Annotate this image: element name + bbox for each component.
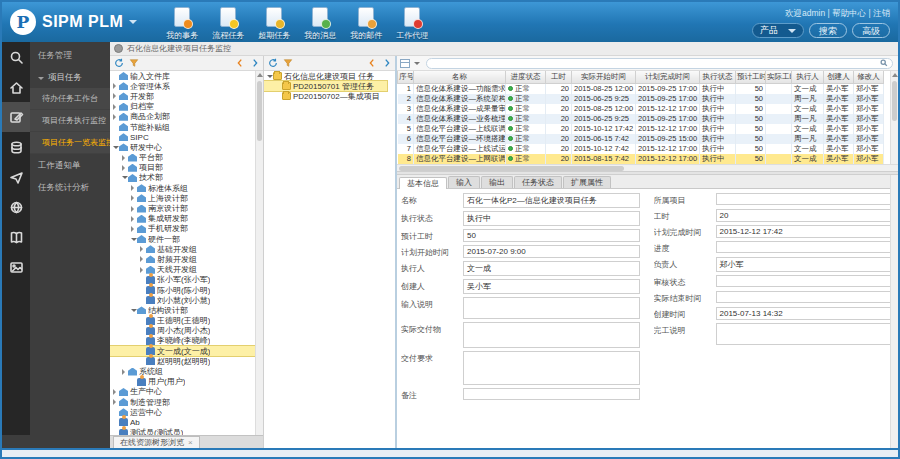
form-field-审核状态[interactable] (716, 275, 893, 287)
tree-node[interactable]: 企管理体系 (110, 81, 255, 91)
search-button[interactable]: 搜索 (809, 23, 847, 38)
table-row[interactable]: 4信息化体系建设—业务梳理正常202015-06-25 9:252015-09-… (398, 114, 884, 124)
tree-node[interactable]: 集成研发部 (110, 214, 255, 224)
tree-node[interactable]: 天线开发组 (110, 265, 255, 275)
tree-node[interactable]: 赵明明(赵明明) (110, 356, 255, 366)
table-row[interactable]: 7信息化平台建设—上线试运行正常202015-10-12 7:422015-12… (398, 144, 884, 154)
tree-expander[interactable] (112, 93, 119, 99)
tree-node[interactable]: 系统组 (110, 366, 255, 376)
detail-tab[interactable]: 基本信息 (399, 177, 447, 189)
table-hscrollbar[interactable] (397, 164, 898, 171)
form-field-创建人[interactable]: 吴小军 (463, 279, 640, 294)
rail-book-icon[interactable] (2, 222, 30, 252)
tree-node[interactable]: 周小杰(周小杰) (110, 326, 255, 336)
tree-node[interactable]: 南京设计部 (110, 203, 255, 213)
rail-send-icon[interactable] (2, 162, 30, 192)
form-field-备注[interactable] (463, 388, 640, 400)
chevron-down-icon[interactable] (414, 62, 420, 68)
form-field-交付要求[interactable] (463, 351, 640, 385)
table-row[interactable]: 1信息化体系建设—功能需求调研正常202015-08-25 12:002015-… (398, 83, 884, 94)
tree-node[interactable]: 制造管理部 (110, 397, 255, 407)
tree-node[interactable]: 王德明(王德明) (110, 316, 255, 326)
tree-node[interactable]: 生产中心 (110, 387, 255, 397)
app-logo[interactable]: P SIPM PLM (2, 9, 147, 35)
rail-search-icon[interactable] (2, 42, 30, 72)
tree-expander[interactable] (139, 256, 146, 262)
form-field-名称[interactable]: 石化一体化P2—信息化建设项目任务 (463, 193, 640, 208)
detail-tab[interactable]: 输入 (448, 176, 480, 188)
column-header[interactable]: 创建人 (824, 71, 854, 83)
tree-expander[interactable] (121, 173, 128, 182)
form-field-执行人[interactable]: 文一成 (463, 261, 640, 276)
tree-expander[interactable] (112, 389, 119, 395)
detail-scrollbar[interactable] (890, 175, 898, 449)
toolbar-my-mail[interactable]: 我的邮件 (345, 4, 387, 41)
detail-tab[interactable]: 任务状态 (514, 176, 562, 188)
tree-expander[interactable] (130, 226, 137, 232)
chevron-down-icon[interactable] (129, 20, 137, 28)
tree-expander[interactable] (130, 306, 137, 315)
tree-node[interactable]: 节能补贴组 (110, 122, 255, 132)
column-header[interactable]: 序号 (398, 71, 414, 83)
tree-node[interactable]: 用户(用户) (110, 377, 255, 387)
tree-node[interactable]: 石化信息化建设项目 任务 (264, 71, 387, 81)
column-header[interactable]: 修改人 (854, 71, 884, 83)
tree-node[interactable]: 输入文件库 (110, 71, 255, 81)
tree-node[interactable]: 刘小慧(刘小慧) (110, 295, 255, 305)
tree-expander[interactable] (139, 267, 146, 273)
tree-node[interactable]: 陈小明(陈小明) (110, 285, 255, 295)
tree-node[interactable]: 归档室 (110, 102, 255, 112)
toolbar-workflow-tasks[interactable]: 流程任务 (207, 4, 249, 41)
advanced-search-button[interactable]: 高级 (852, 23, 890, 38)
tree-node[interactable]: 文一成(文一成) (110, 346, 255, 356)
tree-node[interactable]: 运营中心 (110, 407, 255, 417)
tree-node[interactable]: 项目部 (110, 163, 255, 173)
toolbar-my-tasks[interactable]: 我的事务 (161, 4, 203, 41)
sidebar-extra-item[interactable]: 工作通知单 (30, 154, 110, 176)
toolbar-overdue-tasks[interactable]: 超期任务 (253, 4, 295, 41)
column-header[interactable]: 执行状态 (700, 71, 736, 83)
tree-expander[interactable] (112, 399, 119, 405)
form-field-所属项目[interactable] (716, 193, 893, 205)
welcome-text[interactable]: 欢迎admin | 帮助中心 | 注销 (785, 8, 890, 20)
sidebar-item[interactable]: 项目任务执行监控 (30, 110, 110, 132)
rail-image-icon[interactable] (2, 252, 30, 282)
tree-node[interactable]: 技术部 (110, 173, 255, 183)
tree-node[interactable]: 张小军(张小军) (110, 275, 255, 285)
toolbar-my-messages[interactable]: 我的消息 (299, 4, 341, 41)
form-field-输入说明[interactable] (463, 297, 640, 319)
tree-expander[interactable] (112, 143, 119, 152)
form-field-执行状态[interactable]: 执行中 (463, 211, 640, 226)
column-header[interactable]: 计划完成时间 (636, 71, 700, 83)
form-field-创建时间[interactable]: 2015-07-13 14:32 (716, 307, 893, 320)
detail-tab[interactable]: 输出 (481, 176, 513, 188)
expand-all-icon[interactable] (381, 58, 392, 69)
sidebar-extra-item[interactable]: 任务统计分析 (30, 176, 110, 198)
column-header[interactable]: 实际开始时间 (572, 71, 636, 83)
tree-node[interactable]: 平台部 (110, 153, 255, 163)
rail-globe-icon[interactable] (2, 192, 30, 222)
tree-node[interactable]: 上海设计部 (110, 193, 255, 203)
tree-node[interactable]: 射频开发组 (110, 254, 255, 264)
tree-expander[interactable] (130, 195, 137, 201)
tree-bottom-tab[interactable]: 在线资源树形浏览 × (113, 436, 200, 448)
tree-node[interactable]: 测试员(测试员) (110, 428, 255, 435)
refresh-icon[interactable] (267, 58, 278, 69)
tree-node[interactable]: 李晓峰(李晓峰) (110, 336, 255, 346)
tree-node[interactable]: SIPC (110, 132, 255, 142)
tree-expander[interactable] (266, 72, 273, 81)
expand-all-icon[interactable] (249, 58, 260, 69)
column-header[interactable]: 执行人 (792, 71, 824, 83)
filter-icon[interactable] (282, 58, 293, 69)
tree-expander[interactable] (130, 206, 137, 212)
form-field-负责人[interactable]: 郑小军 (716, 257, 893, 272)
form-field-实际交付物[interactable] (463, 322, 640, 348)
tree-expander[interactable] (121, 369, 128, 375)
collapse-all-icon[interactable] (234, 58, 245, 69)
detail-tab[interactable]: 扩展属性 (563, 176, 611, 188)
tree-node[interactable]: 结构设计部 (110, 305, 255, 315)
form-field-实际结束时间[interactable] (716, 291, 893, 303)
refresh-icon[interactable] (113, 58, 124, 69)
view-grid-icon[interactable] (400, 59, 410, 68)
tree-node[interactable]: 基础开发组 (110, 244, 255, 254)
